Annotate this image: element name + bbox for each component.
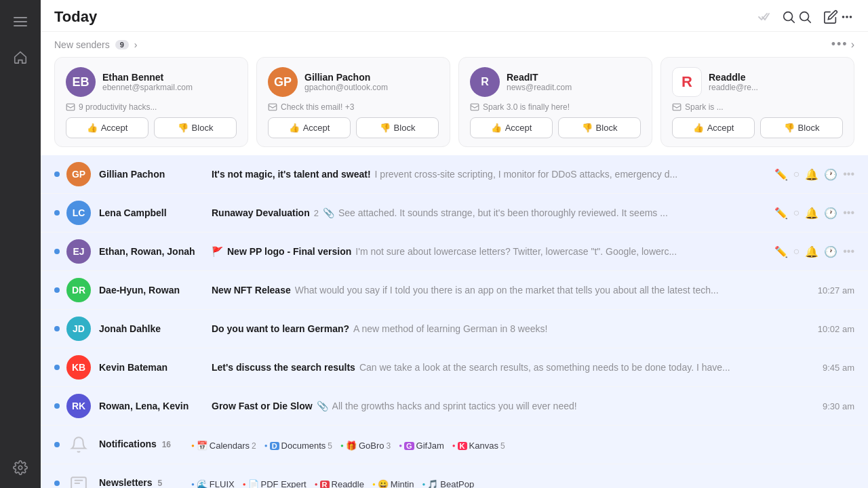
unread-dot-5 bbox=[54, 326, 60, 331]
home-icon[interactable] bbox=[9, 46, 31, 68]
email-preview-6: Can we take a look at the search results… bbox=[359, 362, 817, 373]
bell-action-2[interactable]: 🔔 bbox=[805, 207, 818, 220]
notifications-count: 16 bbox=[162, 440, 171, 449]
edit-action-2[interactable]: ✏️ bbox=[774, 207, 788, 220]
email-preview-5: A new method of learning German in 8 wee… bbox=[353, 323, 812, 334]
email-subject-3: New PP logo - Final version bbox=[227, 246, 351, 257]
accept-button-0[interactable]: 👍Accept bbox=[66, 117, 149, 138]
email-meta-5: 10:02 am bbox=[818, 324, 854, 334]
more-action-1[interactable]: ••• bbox=[843, 168, 854, 180]
sidebar bbox=[0, 0, 41, 488]
block-button-0[interactable]: 👎Block bbox=[154, 117, 237, 138]
email-row-4[interactable]: DR Dae-Hyun, Rowan New NFT Release What … bbox=[41, 271, 868, 310]
header-actions bbox=[758, 9, 854, 24]
clock-action-2[interactable]: 🕐 bbox=[824, 207, 837, 220]
new-senders-bar: New senders 9 › ••• › bbox=[41, 32, 868, 57]
email-time-5: 10:02 am bbox=[818, 324, 854, 334]
sender-card-0: EB Ethan Bennet ebennet@sparkmail.com 9 … bbox=[54, 57, 248, 147]
email-subject-6: Let's discuss the search results bbox=[212, 362, 355, 373]
svg-rect-9 bbox=[66, 104, 75, 110]
email-subject-7: Grow Fast or Die Slow bbox=[212, 401, 313, 411]
email-row-1[interactable]: GP Gillian Pachon It's not magic, it's t… bbox=[41, 155, 868, 194]
email-meta-4: 10:27 am bbox=[818, 285, 854, 296]
bell-action-3[interactable]: 🔔 bbox=[805, 245, 818, 258]
unread-dot-2 bbox=[54, 210, 60, 216]
accept-button-3[interactable]: 👍Accept bbox=[672, 117, 755, 138]
edit-action-1[interactable]: ✏️ bbox=[774, 168, 788, 181]
sender-avatar-3: R bbox=[672, 67, 702, 97]
email-meta-6: 9:45 am bbox=[823, 363, 854, 373]
email-meta-7: 9:30 am bbox=[823, 401, 854, 411]
newsletters-count: 5 bbox=[157, 479, 162, 488]
accept-button-1[interactable]: 👍Accept bbox=[268, 117, 351, 138]
search-icon[interactable] bbox=[781, 9, 812, 24]
email-row-3[interactable]: EJ Ethan, Rowan, Jonah 🚩 New PP logo - F… bbox=[41, 232, 868, 271]
svg-point-7 bbox=[842, 16, 845, 18]
tag-gifjam: ● G GifJam bbox=[399, 441, 444, 451]
sender-email-3: readdle@re... bbox=[709, 83, 758, 92]
new-senders-nav: ••• › bbox=[831, 37, 854, 52]
email-subject-5: Do you want to learn German? bbox=[212, 323, 349, 334]
sender-subject-3: Spark is ... bbox=[672, 102, 843, 112]
circle-action-3[interactable]: ○ bbox=[793, 245, 800, 258]
svg-rect-12 bbox=[673, 104, 681, 110]
sender-email-2: news@readit.com bbox=[507, 83, 572, 92]
email-row-2[interactable]: LC Lena Campbell Runaway Devaluation 2 📎… bbox=[41, 194, 868, 232]
email-avatar-6: KB bbox=[66, 355, 91, 380]
email-sender-3: Ethan, Rowan, Jonah bbox=[99, 246, 208, 257]
tag-gobro: ● 🎁 GoBro 3 bbox=[340, 441, 391, 451]
tag-mintin: ● 😀 Mintin bbox=[372, 479, 414, 488]
flag-icon-3: 🚩 bbox=[212, 246, 223, 257]
email-preview-4: What would you say if I told you there i… bbox=[295, 285, 812, 296]
tag-pdf: ● 📄 PDF Expert bbox=[243, 479, 307, 488]
new-senders-chevron[interactable]: › bbox=[134, 39, 138, 50]
email-row-7[interactable]: RK Rowan, Lena, Kevin Grow Fast or Die S… bbox=[41, 387, 868, 426]
edit-action-3[interactable]: ✏️ bbox=[774, 245, 788, 258]
unread-dot-notif bbox=[54, 442, 60, 447]
tag-readdle: ● R Readdle bbox=[315, 479, 364, 488]
newsletter-icon bbox=[66, 471, 91, 488]
sender-avatar-1: GP bbox=[268, 67, 298, 97]
circle-action-2[interactable]: ○ bbox=[793, 207, 800, 219]
edit-icon[interactable] bbox=[823, 9, 854, 24]
menu-icon[interactable] bbox=[9, 11, 31, 33]
email-content-3: Ethan, Rowan, Jonah 🚩 New PP logo - Fina… bbox=[99, 246, 769, 257]
new-senders-arrow[interactable]: › bbox=[851, 39, 854, 51]
sender-name-1: Gillian Pachon bbox=[304, 72, 388, 83]
sender-card-1: GP Gillian Pachon gpachon@outlook.com Ch… bbox=[256, 57, 450, 147]
email-sender-1: Gillian Pachon bbox=[99, 169, 208, 180]
more-action-3[interactable]: ••• bbox=[843, 245, 854, 258]
svg-point-3 bbox=[18, 466, 22, 470]
email-sender-7: Rowan, Lena, Kevin bbox=[99, 401, 208, 411]
sender-name-2: ReadIT bbox=[507, 72, 572, 83]
accept-button-2[interactable]: 👍Accept bbox=[470, 117, 553, 138]
svg-rect-11 bbox=[471, 104, 479, 110]
email-preview-2: See attached. It sounds strange, but it'… bbox=[338, 207, 769, 218]
circle-action-1[interactable]: ○ bbox=[793, 168, 800, 180]
tag-fluix: ● 🌊 FLUIX bbox=[191, 479, 235, 488]
email-avatar-1: GP bbox=[66, 162, 91, 186]
email-subject-2: Runaway Devaluation bbox=[212, 207, 310, 218]
email-time-6: 9:45 am bbox=[823, 363, 854, 373]
unread-dot-1 bbox=[54, 171, 60, 177]
sender-subject-2: Spark 3.0 is finally here! bbox=[470, 102, 641, 112]
bell-action-1[interactable]: 🔔 bbox=[805, 168, 818, 181]
page-title: Today bbox=[54, 8, 97, 26]
block-button-3[interactable]: 👎Block bbox=[760, 117, 843, 138]
clock-action-3[interactable]: 🕐 bbox=[824, 245, 837, 258]
newsletters-row[interactable]: Newsletters 5 ● 🌊 FLUIX ● 📄 PDF Expert bbox=[41, 464, 868, 488]
email-row-6[interactable]: KB Kevin Bateman Let's discuss the searc… bbox=[41, 348, 868, 387]
attachment-icon-2: 📎 bbox=[323, 207, 334, 218]
email-content-5: Jonah Dahlke Do you want to learn German… bbox=[99, 323, 812, 334]
new-senders-more[interactable]: ••• bbox=[831, 37, 848, 52]
check-marks bbox=[758, 13, 770, 21]
gear-icon[interactable] bbox=[11, 458, 30, 477]
block-button-1[interactable]: 👎Block bbox=[356, 117, 439, 138]
more-action-2[interactable]: ••• bbox=[843, 207, 854, 219]
block-button-2[interactable]: 👎Block bbox=[558, 117, 641, 138]
clock-action-1[interactable]: 🕐 bbox=[824, 168, 837, 181]
notifications-row[interactable]: Notifications 16 ● 📅 Calendars 2 ● D Doc… bbox=[41, 426, 868, 464]
header: Today bbox=[41, 0, 868, 32]
email-count-2: 2 bbox=[314, 208, 319, 218]
email-row-5[interactable]: JD Jonah Dahlke Do you want to learn Ger… bbox=[41, 310, 868, 348]
